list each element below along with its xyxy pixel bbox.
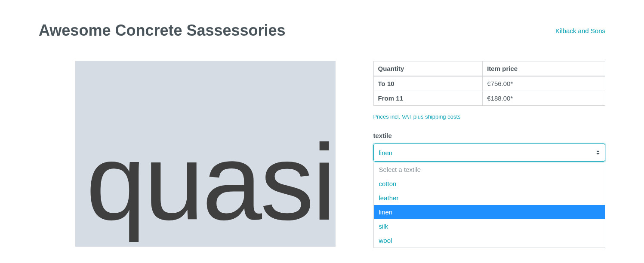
product-detail-column: Quantity Item price To 10 €756.00* From … <box>373 61 605 247</box>
textile-dropdown-list: Select a textile cotton leather linen si… <box>373 162 605 248</box>
price-table: Quantity Item price To 10 €756.00* From … <box>373 61 605 106</box>
product-image[interactable]: quasi <box>75 61 336 247</box>
price-qty-cell: From 11 <box>373 91 483 106</box>
product-header: Awesome Concrete Sassessories Kilback an… <box>39 21 605 40</box>
brand-link[interactable]: Kilback and Sons <box>555 27 605 34</box>
textile-option-placeholder[interactable]: Select a textile <box>374 162 605 177</box>
price-header-quantity: Quantity <box>373 61 483 76</box>
textile-select[interactable]: linen <box>373 144 605 162</box>
textile-select-value: linen <box>379 149 393 156</box>
tax-shipping-note[interactable]: Prices incl. VAT plus shipping costs <box>373 113 605 120</box>
product-image-placeholder-text: quasi <box>86 129 335 236</box>
price-header-price: Item price <box>483 61 605 76</box>
product-image-column: quasi <box>39 61 356 247</box>
product-content: quasi Quantity Item price To 10 €756.00*… <box>39 61 605 247</box>
textile-option-silk[interactable]: silk <box>374 219 605 233</box>
price-qty-cell: To 10 <box>373 76 483 91</box>
textile-select-wrapper: linen Select a textile cotton leather li… <box>373 144 605 162</box>
textile-option-leather[interactable]: leather <box>374 191 605 205</box>
textile-option-cotton[interactable]: cotton <box>374 177 605 191</box>
price-value-cell: €188.00* <box>483 91 605 106</box>
textile-option-wool[interactable]: wool <box>374 233 605 248</box>
product-title: Awesome Concrete Sassessories <box>39 21 286 40</box>
variant-label: textile <box>373 132 605 139</box>
table-row: From 11 €188.00* <box>373 91 605 106</box>
textile-option-linen[interactable]: linen <box>374 205 605 219</box>
price-value-cell: €756.00* <box>483 76 605 91</box>
select-caret-icon <box>595 150 601 156</box>
table-row: To 10 €756.00* <box>373 76 605 91</box>
price-table-header-row: Quantity Item price <box>373 61 605 76</box>
